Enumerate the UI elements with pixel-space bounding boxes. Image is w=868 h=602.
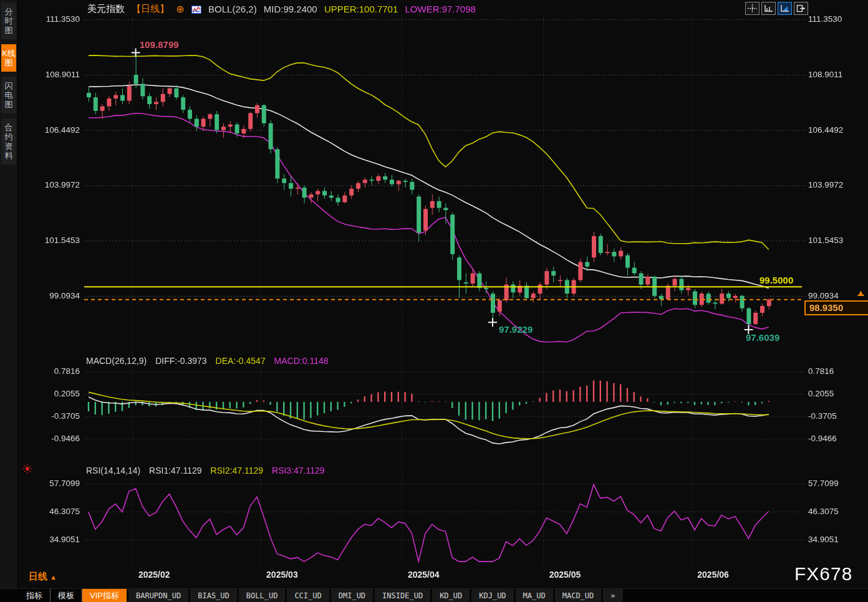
period-tag: 【日线】 <box>132 3 169 14</box>
low1-price-annotation: 97.9229 <box>499 324 533 335</box>
tab-指标[interactable]: 指标 <box>19 589 51 602</box>
tab-»[interactable]: » <box>603 589 622 602</box>
chart-header: 美元指数 【日线】 ⊕ BOLL(26,2) MID:99.2400 UPPER… <box>87 2 480 14</box>
mini-chart-icon[interactable] <box>191 4 201 14</box>
macd-header: MACD(26,12,9) DIFF:-0.3973 DEA:-0.4547 M… <box>86 356 335 366</box>
tab-kd-ud[interactable]: KD_UD <box>432 589 470 602</box>
rsi-ytick-right-1: 46.3075 <box>808 507 866 517</box>
rsi-header: RSI(14,14,14) RSI1:47.1129 RSI2:47.1129 … <box>86 466 331 475</box>
brand-watermark: FX678 <box>794 563 852 585</box>
tab-barupdn-ud[interactable]: BARUPDN_UD <box>128 589 188 602</box>
macd-ytick-left-2: -0.3705 <box>22 411 80 421</box>
main-ytick-right-4: 101.5453 <box>808 236 866 246</box>
tab-bias-ud[interactable]: BIAS_UD <box>190 589 237 602</box>
rsi2-value: RSI2:47.1129 <box>211 466 264 475</box>
period-label: 日线 <box>29 571 47 581</box>
main-ytick-right-1: 108.9011 <box>808 70 866 80</box>
macd-ytick-left-0: 0.7816 <box>22 366 80 376</box>
rsi-alert-burst-icon[interactable] <box>22 464 32 476</box>
sidebar: 分时图K线图闪电图合约资料 <box>0 0 18 588</box>
period-selector[interactable]: 日线 ▲ <box>29 571 57 583</box>
low2-price-annotation: 97.6039 <box>746 332 779 343</box>
main-ytick-right-0: 111.3530 <box>808 14 866 24</box>
macd-ytick-right-0: 0.7816 <box>808 366 866 376</box>
macd-diff-value: DIFF:-0.3973 <box>155 356 206 366</box>
tab-模板[interactable]: 模板 <box>51 589 82 602</box>
axis-scale-active-icon[interactable] <box>778 2 792 15</box>
macd-ytick-left-3: -0.9466 <box>22 434 80 444</box>
tab-macd-ud[interactable]: MACD_UD <box>555 589 602 602</box>
main-ytick-left-2: 106.4492 <box>22 125 80 135</box>
tab-kdj-ud[interactable]: KDJ_UD <box>471 589 513 602</box>
period-arrow-icon: ▲ <box>50 573 57 581</box>
macd-ytick-left-1: 0.2055 <box>22 389 80 399</box>
add-compare-icon[interactable]: ⊕ <box>176 4 184 14</box>
macd-ytick-right-3: -0.9466 <box>808 434 866 444</box>
boll-lower-value: LOWER:97.7098 <box>405 4 475 14</box>
rsi-ytick-right-2: 34.9051 <box>808 535 866 545</box>
tab-ma-ud[interactable]: MA_UD <box>516 589 553 602</box>
pan-crosshair-icon[interactable] <box>745 2 760 15</box>
tab-dmi-ud[interactable]: DMI_UD <box>331 589 373 602</box>
xtick-0: 2025/02 <box>126 570 182 580</box>
main-ytick-right-2: 106.4492 <box>808 125 866 135</box>
rsi-ytick-left-1: 46.3075 <box>22 507 80 517</box>
main-ytick-right-3: 103.9972 <box>808 180 866 190</box>
tab-boll-ud[interactable]: BOLL_UD <box>239 589 286 602</box>
high-price-annotation: 109.8799 <box>140 39 179 50</box>
tab-inside-ud[interactable]: INSIDE_UD <box>375 589 430 602</box>
rsi-title: RSI(14,14,14) <box>86 466 140 475</box>
main-ytick-left-3: 103.9972 <box>22 180 80 190</box>
macd-ytick-right-1: 0.2055 <box>808 389 866 399</box>
rsi-ytick-right-0: 57.7099 <box>808 479 866 489</box>
main-ytick-right-5: 99.0934 <box>808 291 866 301</box>
symbol-name: 美元指数 <box>87 3 125 14</box>
rsi1-value: RSI1:47.1129 <box>149 466 202 475</box>
chart-toolbar <box>745 2 808 15</box>
rsi-ytick-left-0: 57.7099 <box>22 479 80 489</box>
sidebar-item-2[interactable]: 闪电图 <box>1 77 16 113</box>
main-ytick-left-1: 108.9011 <box>22 70 80 80</box>
macd-title: MACD(26,12,9) <box>86 356 147 366</box>
exit-chart-icon[interactable] <box>794 2 808 15</box>
xtick-3: 2025/05 <box>537 570 593 580</box>
xtick-2: 2025/04 <box>395 570 451 580</box>
chart-canvas[interactable] <box>0 0 868 602</box>
sidebar-item-0[interactable]: 分时图 <box>1 2 16 39</box>
macd-hist-value: MACD:0.1148 <box>274 356 329 366</box>
main-ytick-left-5: 99.0934 <box>22 291 80 301</box>
tab-vip指标[interactable]: VIP指标 <box>82 589 127 602</box>
boll-mid-value: MID:99.2400 <box>264 4 317 14</box>
main-ytick-left-4: 101.5453 <box>22 236 80 246</box>
sidebar-item-3[interactable]: 合约资料 <box>1 118 16 165</box>
rsi-ytick-left-2: 34.9051 <box>22 535 80 545</box>
main-ytick-left-0: 111.3530 <box>22 14 80 24</box>
xtick-4: 2025/06 <box>685 570 741 580</box>
tab-cci-ud[interactable]: CCI_UD <box>287 589 329 602</box>
sidebar-item-1[interactable]: K线图 <box>1 44 16 72</box>
macd-ytick-right-2: -0.3705 <box>808 411 866 421</box>
resistance-line-label: 99.5000 <box>760 275 793 285</box>
xtick-1: 2025/03 <box>254 570 310 580</box>
macd-dea-value: DEA:-0.4547 <box>216 356 266 366</box>
indicator-tabbar: 指标模板VIP指标BARUPDN_UDBIAS_UDBOLL_UDCCI_UDD… <box>0 588 868 602</box>
axis-scale-icon[interactable] <box>761 2 776 15</box>
boll-upper-value: UPPER:100.7701 <box>324 4 398 14</box>
rsi3-value: RSI3:47.1129 <box>272 466 325 475</box>
chart-app: { "header": { "symbol": "美元指数", "period_… <box>0 0 868 602</box>
boll-params: BOLL(26,2) <box>208 4 257 14</box>
